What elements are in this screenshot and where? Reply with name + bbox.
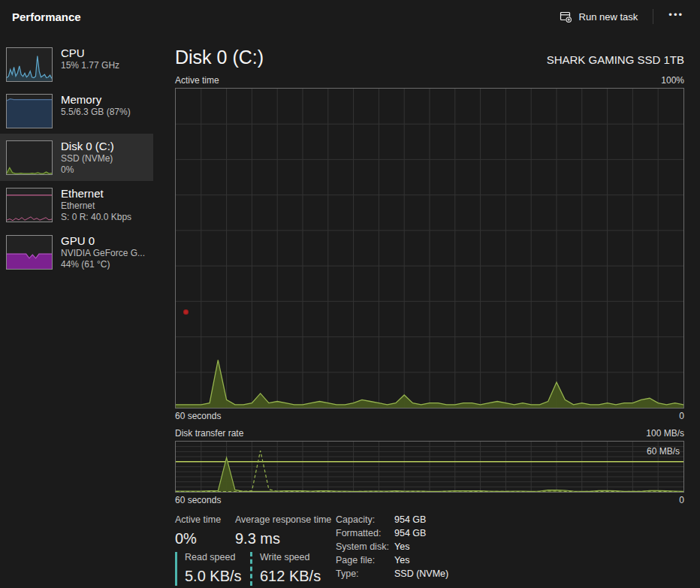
active-time-chart[interactable] [175, 88, 684, 409]
new-task-icon [560, 11, 572, 23]
ethernet-name: Ethernet [61, 201, 131, 212]
memory-mini-chart [6, 94, 53, 128]
write-speed-value: 612 KB/s [260, 566, 321, 586]
write-speed-label: Write speed [260, 552, 321, 563]
avg-response-stat: Average response time 9.3 ms [235, 514, 331, 548]
ethernet-mini-chart [6, 188, 53, 222]
ethernet-title: Ethernet [61, 186, 131, 201]
cpu-text: CPU 15% 1.77 GHz [61, 46, 119, 82]
disk-title: Disk 0 (C:) [61, 139, 114, 153]
active-time-stat: Active time 0% [175, 514, 221, 548]
active-x-left-label: 60 seconds [175, 411, 221, 421]
page-file-label: Page file: [336, 555, 394, 566]
gpu-text: GPU 0 NVIDIA GeForce G... 44% (61 °C) [61, 234, 145, 270]
threshold-label: 60 MB/s [647, 446, 680, 457]
detail-row-system-disk: System disk: Yes [336, 541, 448, 553]
gpu-name: NVIDIA GeForce G... [61, 248, 145, 259]
run-new-task-label: Run new task [579, 11, 638, 23]
sidebar-item-cpu[interactable]: CPU 15% 1.77 GHz [0, 41, 153, 87]
disk-stats: Active time 0% Average response time 9.3… [175, 513, 684, 588]
type-value: SSD (NVMe) [394, 568, 448, 580]
detail-row-capacity: Capacity: 954 GB [336, 514, 448, 526]
cpu-stats: 15% 1.77 GHz [61, 60, 119, 71]
disk-usage: 0% [61, 164, 114, 176]
gpu-title: GPU 0 [61, 234, 145, 248]
gpu-mini-chart [6, 235, 53, 270]
page-file-value: Yes [394, 555, 409, 566]
active-time-axis-row: 60 seconds 0 [175, 411, 684, 421]
sidebar-item-gpu[interactable]: GPU 0 NVIDIA GeForce G... 44% (61 °C) [0, 228, 153, 276]
disk-type: SSD (NVMe) [61, 153, 114, 164]
read-speed-label: Read speed [185, 552, 242, 563]
sidebar-item-ethernet[interactable]: Ethernet Ethernet S: 0 R: 40.0 Kbps [0, 181, 153, 228]
active-time-stat-value: 0% [175, 529, 221, 548]
active-time-max-label: 100% [661, 75, 684, 86]
avg-response-stat-label: Average response time [235, 514, 331, 526]
transfer-rate-max-label: 100 MB/s [646, 428, 684, 439]
transfer-rate-chart-label: Disk transfer rate [175, 428, 243, 439]
active-time-label-row: Active time 100% [175, 75, 684, 86]
formatted-label: Formatted: [336, 528, 394, 539]
header-divider [653, 9, 653, 24]
title-bar: Performance Run new task ••• [0, 0, 700, 33]
system-disk-value: Yes [394, 541, 409, 553]
gpu-stats: 44% (61 °C) [61, 259, 145, 270]
disk-panel-title: Disk 0 (C:) [175, 46, 264, 68]
capacity-value: 954 GB [394, 514, 426, 526]
active-x-right-label: 0 [679, 411, 684, 421]
disk-details-list: Capacity: 954 GB Formatted: 954 GB Syste… [336, 514, 448, 580]
memory-text: Memory 5.5/6.3 GB (87%) [61, 92, 131, 128]
performance-sidebar: CPU 15% 1.77 GHz Memory 5.5/6.3 GB (87%)… [0, 41, 153, 276]
write-speed-stat: Write speed 612 KB/s [250, 552, 321, 586]
disk-mini-chart [6, 140, 53, 175]
transfer-rate-axis-row: 60 seconds 0 [175, 495, 684, 505]
cpu-mini-chart [6, 47, 53, 82]
run-new-task-button[interactable]: Run new task [551, 6, 647, 28]
active-time-stat-label: Active time [175, 514, 221, 526]
formatted-value: 954 GB [394, 528, 426, 539]
main-title-row: Disk 0 (C:) SHARK GAMING SSD 1TB [175, 46, 684, 68]
avg-response-stat-value: 9.3 ms [235, 529, 331, 548]
type-label: Type: [336, 568, 394, 580]
cpu-title: CPU [61, 46, 119, 60]
read-speed-stat: Read speed 5.0 KB/s [175, 552, 242, 586]
ethernet-throughput: S: 0 R: 40.0 Kbps [61, 212, 131, 223]
detail-row-type: Type: SSD (NVMe) [336, 568, 448, 580]
transfer-rate-chart[interactable]: 60 MB/s [175, 441, 684, 493]
system-disk-label: System disk: [336, 541, 394, 553]
memory-stats: 5.5/6.3 GB (87%) [61, 107, 131, 118]
more-options-button[interactable]: ••• [659, 8, 692, 25]
disk-device-name: SHARK GAMING SSD 1TB [547, 53, 684, 66]
disk-performance-panel: Disk 0 (C:) SHARK GAMING SSD 1TB Active … [175, 33, 684, 588]
capacity-label: Capacity: [336, 514, 394, 526]
memory-title: Memory [61, 92, 131, 107]
sidebar-item-disk[interactable]: Disk 0 (C:) SSD (NVMe) 0% [0, 134, 153, 181]
header-actions: Run new task ••• [551, 6, 692, 28]
page-title: Performance [12, 11, 81, 23]
read-speed-value: 5.0 KB/s [185, 566, 242, 586]
detail-row-formatted: Formatted: 954 GB [336, 528, 448, 539]
transfer-x-left-label: 60 seconds [175, 495, 221, 505]
detail-row-page-file: Page file: Yes [336, 555, 448, 566]
disk-text: Disk 0 (C:) SSD (NVMe) 0% [61, 139, 114, 176]
active-time-chart-label: Active time [175, 75, 219, 86]
transfer-rate-label-row: Disk transfer rate 100 MB/s [175, 428, 684, 439]
pointer-dot [183, 309, 189, 315]
ethernet-text: Ethernet Ethernet S: 0 R: 40.0 Kbps [61, 186, 131, 223]
transfer-x-right-label: 0 [679, 495, 684, 505]
sidebar-item-memory[interactable]: Memory 5.5/6.3 GB (87%) [0, 87, 153, 134]
